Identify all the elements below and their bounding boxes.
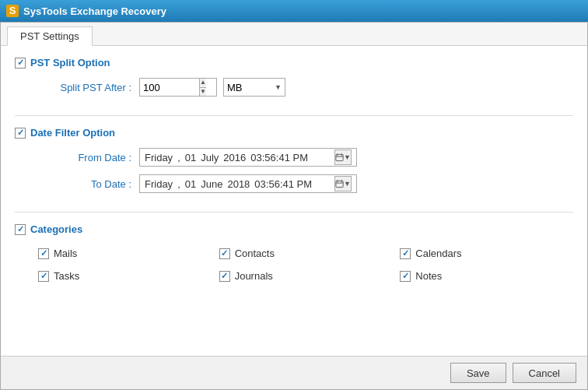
journals-checkbox[interactable] bbox=[219, 271, 230, 282]
notes-checkbox[interactable] bbox=[400, 271, 411, 282]
to-date-calendar-button[interactable]: ▼ bbox=[334, 176, 352, 191]
title-bar: S SysTools Exchange Recovery bbox=[0, 0, 588, 22]
spinbox-arrows: ▲ ▼ bbox=[199, 79, 206, 96]
svg-text:S: S bbox=[9, 5, 16, 16]
split-value-input[interactable] bbox=[140, 79, 199, 96]
mails-checkbox[interactable] bbox=[38, 248, 49, 259]
date-filter-section: Date Filter Option From Date : Friday , … bbox=[15, 127, 573, 213]
to-date-text: Friday , 01 June 2018 03:56:41 PM bbox=[145, 178, 330, 190]
to-date-label: To Date : bbox=[38, 178, 139, 190]
split-option-checkbox[interactable] bbox=[15, 58, 26, 69]
split-pst-field-row: Split PST After : ▲ ▼ MB ▼ bbox=[15, 78, 573, 97]
footer: Save Cancel bbox=[1, 356, 587, 389]
split-option-header: PST Split Option bbox=[15, 57, 573, 69]
categories-grid: Mails Contacts Calendars Tasks Journals bbox=[15, 244, 573, 282]
category-mails[interactable]: Mails bbox=[38, 248, 212, 259]
category-tasks[interactable]: Tasks bbox=[38, 270, 212, 282]
contacts-checkbox[interactable] bbox=[219, 248, 230, 259]
spinbox-down[interactable]: ▼ bbox=[200, 88, 206, 97]
to-date-row: To Date : Friday , 01 June 2018 03:56:41… bbox=[15, 174, 573, 193]
size-unit-select[interactable]: MB ▼ bbox=[223, 78, 285, 97]
from-date-label: From Date : bbox=[38, 152, 139, 163]
spinbox-up[interactable]: ▲ bbox=[200, 79, 206, 88]
date-filter-checkbox[interactable] bbox=[15, 128, 26, 139]
split-option-section: PST Split Option Split PST After : ▲ ▼ M… bbox=[15, 57, 573, 116]
split-value-spinbox[interactable]: ▲ ▼ bbox=[139, 78, 217, 97]
calendars-checkbox[interactable] bbox=[400, 248, 411, 259]
date-filter-header: Date Filter Option bbox=[15, 127, 573, 139]
select-arrow-icon: ▼ bbox=[275, 83, 282, 91]
from-date-text: Friday , 01 July 2016 03:56:41 PM bbox=[145, 152, 330, 163]
category-journals[interactable]: Journals bbox=[219, 270, 393, 282]
from-date-row: From Date : Friday , 01 July 2016 03:56:… bbox=[15, 148, 573, 167]
from-date-picker[interactable]: Friday , 01 July 2016 03:56:41 PM ▼ bbox=[139, 148, 357, 167]
main-window: PST Settings PST Split Option Split PST … bbox=[0, 22, 588, 390]
app-title: SysTools Exchange Recovery bbox=[23, 5, 166, 17]
content-area: PST Split Option Split PST After : ▲ ▼ M… bbox=[1, 46, 587, 356]
cancel-button[interactable]: Cancel bbox=[513, 363, 576, 383]
category-notes[interactable]: Notes bbox=[400, 270, 573, 282]
tab-pst-settings[interactable]: PST Settings bbox=[7, 26, 93, 46]
save-button[interactable]: Save bbox=[450, 363, 506, 383]
tab-bar: PST Settings bbox=[1, 23, 587, 46]
tasks-checkbox[interactable] bbox=[38, 271, 49, 282]
categories-section: Categories Mails Contacts Calendars Tas bbox=[15, 223, 573, 293]
split-pst-label: Split PST After : bbox=[38, 82, 139, 93]
categories-header: Categories bbox=[15, 223, 573, 235]
from-date-calendar-button[interactable]: ▼ bbox=[334, 149, 352, 165]
category-contacts[interactable]: Contacts bbox=[219, 248, 393, 259]
category-calendars[interactable]: Calendars bbox=[400, 248, 573, 259]
app-icon: S bbox=[6, 5, 19, 17]
categories-checkbox[interactable] bbox=[15, 224, 26, 235]
split-input-group: ▲ ▼ MB ▼ bbox=[139, 78, 285, 97]
to-date-picker[interactable]: Friday , 01 June 2018 03:56:41 PM ▼ bbox=[139, 174, 357, 193]
